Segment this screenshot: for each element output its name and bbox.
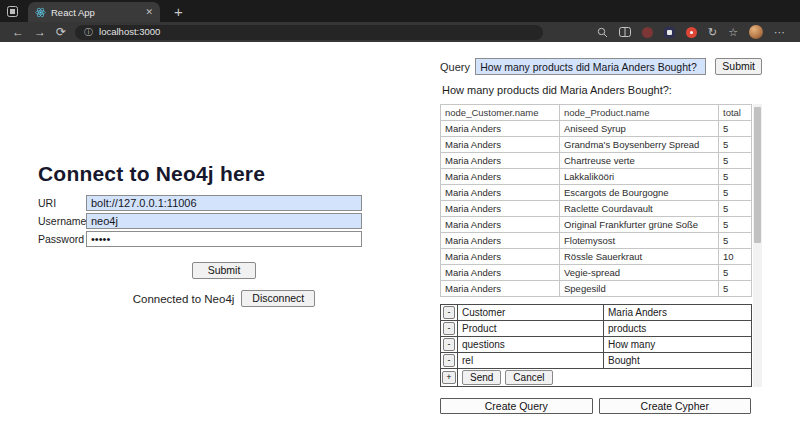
results-cell: Maria Anders <box>441 137 560 153</box>
username-label: Username <box>38 215 86 227</box>
browser-tab-react-app[interactable]: React App ✕ <box>28 2 160 22</box>
param-actions-cell: Send Cancel <box>458 369 752 387</box>
results-cell: 5 <box>719 153 752 169</box>
param-row: -questionsHow many <box>441 337 752 353</box>
username-row: Username <box>38 213 362 229</box>
browser-toolbar: ↻ ☆ ⋯ <box>597 25 793 39</box>
create-cypher-button[interactable]: Create Cypher <box>599 398 752 414</box>
password-row: Password <box>38 231 362 247</box>
connect-panel: Connect to Neo4j here URI Username Passw… <box>38 162 362 307</box>
sync-icon[interactable]: ↻ <box>708 27 717 38</box>
param-key-cell: Product <box>458 321 604 337</box>
connection-status-text: Connected to Neo4j <box>133 293 235 305</box>
param-row: -Productproducts <box>441 321 752 337</box>
uri-row: URI <box>38 195 362 211</box>
results-cell: Maria Anders <box>441 249 560 265</box>
results-cell: 5 <box>719 185 752 201</box>
browser-logo-icon[interactable] <box>0 0 24 22</box>
react-favicon-icon <box>35 7 46 18</box>
results-row: Maria AndersFlotemysost5 <box>441 233 752 249</box>
results-cell: Aniseed Syrup <box>560 121 719 137</box>
results-scrollbar[interactable] <box>753 104 762 387</box>
results-cell: 5 <box>719 265 752 281</box>
forward-button[interactable]: → <box>29 26 51 38</box>
results-cell: Spegesild <box>560 281 719 297</box>
extension-icon-2[interactable] <box>664 27 675 38</box>
results-cell: 5 <box>719 137 752 153</box>
results-column-header: total <box>719 105 752 121</box>
add-param-button[interactable]: + <box>442 371 455 384</box>
create-query-button[interactable]: Create Query <box>440 398 593 414</box>
remove-param-button[interactable]: - <box>443 354 455 367</box>
query-label: Query <box>440 61 475 73</box>
results-row: Maria AndersOriginal Frankfurter grüne S… <box>441 217 752 233</box>
reload-button[interactable]: ⟳ <box>51 26 71 38</box>
remove-param-button[interactable]: - <box>443 306 455 319</box>
connect-heading: Connect to Neo4j here <box>38 162 362 186</box>
site-info-icon[interactable]: ⓘ <box>84 28 93 37</box>
param-remove-cell: - <box>441 305 458 321</box>
uri-input[interactable] <box>86 195 362 211</box>
param-row: -relBought <box>441 353 752 369</box>
connect-submit-button[interactable]: Submit <box>192 262 256 279</box>
results-cell: Chartreuse verte <box>560 153 719 169</box>
query-input[interactable] <box>475 58 706 75</box>
address-bar[interactable]: ⓘ localhost:3000 <box>75 25 543 40</box>
results-row: Maria AndersVegie-spread5 <box>441 265 752 281</box>
address-url: localhost:3000 <box>99 27 160 37</box>
results-cell: Escargots de Bourgogne <box>560 185 719 201</box>
remove-param-button[interactable]: - <box>443 338 455 351</box>
favorites-star-icon[interactable]: ☆ <box>728 27 738 38</box>
results-cell: Maria Anders <box>441 121 560 137</box>
extension-icon-1[interactable] <box>642 27 653 38</box>
extension-icon-3[interactable] <box>686 27 697 38</box>
scrollbar-thumb[interactable] <box>754 107 761 243</box>
results-cell: Maria Anders <box>441 201 560 217</box>
results-cell: Original Frankfurter grüne Soße <box>560 217 719 233</box>
results-cell: Rössle Sauerkraut <box>560 249 719 265</box>
results-row: Maria AndersRössle Sauerkraut10 <box>441 249 752 265</box>
results-row: Maria AndersLakkalikööri5 <box>441 169 752 185</box>
results-cell: Maria Anders <box>441 169 560 185</box>
cancel-button[interactable]: Cancel <box>505 370 552 385</box>
split-screen-icon[interactable] <box>619 27 631 37</box>
username-input[interactable] <box>86 213 362 229</box>
results-row: Maria AndersChartreuse verte5 <box>441 153 752 169</box>
results-cell: Maria Anders <box>441 281 560 297</box>
results-row: Maria AndersEscargots de Bourgogne5 <box>441 185 752 201</box>
back-button[interactable]: ← <box>7 26 29 38</box>
results-column-header: node_Customer.name <box>441 105 560 121</box>
results-cell: 10 <box>719 249 752 265</box>
more-menu-icon[interactable]: ⋯ <box>774 27 785 38</box>
results-cell: Lakkalikööri <box>560 169 719 185</box>
new-tab-button[interactable]: + <box>170 2 187 22</box>
disconnect-button[interactable]: Disconnect <box>241 290 315 307</box>
results-cell: Maria Anders <box>441 153 560 169</box>
results-cell: 5 <box>719 201 752 217</box>
create-actions-row: Create Query Create Cypher <box>440 398 751 414</box>
results-cell: Maria Anders <box>441 233 560 249</box>
password-input[interactable] <box>86 231 362 247</box>
send-button[interactable]: Send <box>462 370 501 385</box>
query-params-table: -CustomerMaria Anders-Productproducts-qu… <box>440 304 752 387</box>
search-icon[interactable] <box>597 27 608 38</box>
results-row: Maria AndersAniseed Syrup5 <box>441 121 752 137</box>
results-table: node_Customer.namenode_Product.nametotal… <box>440 104 752 297</box>
results-column-header: node_Product.name <box>560 105 719 121</box>
param-value-cell: Maria Anders <box>604 305 752 321</box>
uri-label: URI <box>38 197 86 209</box>
query-row: Query Submit <box>440 58 762 75</box>
param-value-cell: products <box>604 321 752 337</box>
results-cell: 5 <box>719 217 752 233</box>
query-submit-button[interactable]: Submit <box>715 58 762 75</box>
profile-avatar[interactable] <box>749 25 763 39</box>
tab-close-icon[interactable]: ✕ <box>145 7 153 17</box>
param-add-cell: + <box>441 369 458 387</box>
param-actions-row: + Send Cancel <box>441 369 752 387</box>
param-key-cell: Customer <box>458 305 604 321</box>
results-cell: 5 <box>719 233 752 249</box>
password-label: Password <box>38 233 86 245</box>
remove-param-button[interactable]: - <box>443 322 455 335</box>
tab-title: React App <box>51 7 140 18</box>
results-row: Maria AndersSpegesild5 <box>441 281 752 297</box>
